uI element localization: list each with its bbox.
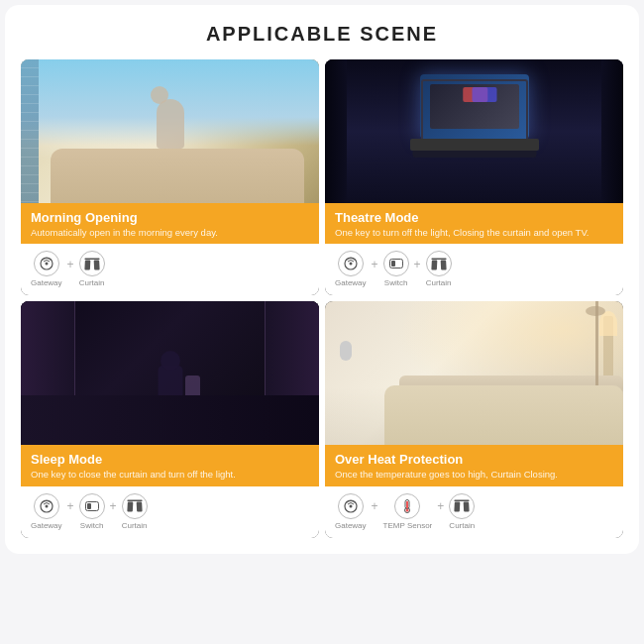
scene-card-theatre: Theatre Mode One key to turn off the lig… xyxy=(325,59,623,295)
scene-card-heat: Over Heat Protection Once the temperatur… xyxy=(325,301,623,537)
icon-gateway-sleep: Gateway xyxy=(31,493,62,530)
scene-info-heat: Over Heat Protection Once the temperatur… xyxy=(325,445,623,485)
svg-point-20 xyxy=(349,504,352,507)
plus-sep-h1: + xyxy=(372,499,378,523)
scene-image-sleep xyxy=(21,301,319,445)
svg-rect-18 xyxy=(136,502,142,512)
scene-info-sleep: Sleep Mode One key to close the curtain … xyxy=(21,445,319,485)
icon-curtain-heat: Curtain xyxy=(449,493,475,530)
svg-rect-25 xyxy=(455,500,470,502)
plus-sep-t2: + xyxy=(414,258,421,281)
scene-title-heat: Over Heat Protection xyxy=(335,452,613,467)
svg-rect-3 xyxy=(84,260,90,269)
switch-label-sleep: Switch xyxy=(80,521,104,530)
switch-icon-shape-sleep xyxy=(79,493,105,519)
temp-label-heat: TEMP Sensor xyxy=(383,521,433,530)
curtain-label-sleep: Curtain xyxy=(122,521,148,530)
scene-icons-morning: Gateway + Curtain xyxy=(21,244,319,295)
scene-desc-heat: Once the temperature goes too high, Curt… xyxy=(335,469,613,481)
page-container: APPLICABLE SCENE Morning Opening Automat… xyxy=(5,5,639,554)
svg-rect-11 xyxy=(440,260,446,269)
svg-rect-4 xyxy=(93,260,99,269)
scene-image-morning xyxy=(21,59,319,203)
gateway-icon-shape-heat xyxy=(338,493,364,519)
gateway-icon-shape xyxy=(34,251,59,276)
svg-point-6 xyxy=(349,263,352,266)
scene-icons-heat: Gateway + TEMP Sensor + xyxy=(325,486,623,538)
scene-desc-sleep: One key to close the curtain and turn of… xyxy=(31,469,309,481)
svg-point-24 xyxy=(406,508,409,511)
svg-point-1 xyxy=(45,263,48,266)
curtain-icon-shape-theatre xyxy=(426,251,452,276)
icon-curtain-1: Curtain xyxy=(79,251,105,287)
plus-sep-t1: + xyxy=(372,258,378,281)
scene-info-morning: Morning Opening Automatically open in th… xyxy=(21,203,319,244)
scene-info-theatre: Theatre Mode One key to turn off the lig… xyxy=(325,203,623,244)
svg-rect-23 xyxy=(406,501,408,508)
curtain-label-1: Curtain xyxy=(79,278,105,287)
icon-curtain-sleep: Curtain xyxy=(122,493,148,530)
plus-separator-1: + xyxy=(67,258,74,281)
curtain-label-heat: Curtain xyxy=(449,521,475,530)
plus-sep-s1: + xyxy=(67,499,74,523)
curtain-icon-shape-sleep xyxy=(122,493,148,519)
icon-switch-theatre: Switch xyxy=(383,251,409,287)
scene-image-theatre xyxy=(325,59,623,203)
page-title: APPLICABLE SCENE xyxy=(21,23,623,46)
svg-point-13 xyxy=(45,504,48,507)
gateway-label-heat: Gateway xyxy=(335,521,367,530)
curtain-icon-shape-heat xyxy=(449,493,475,519)
scene-title-sleep: Sleep Mode xyxy=(31,452,309,467)
switch-label-theatre: Switch xyxy=(384,278,408,287)
gateway-label: Gateway xyxy=(31,278,62,287)
svg-rect-10 xyxy=(431,260,437,269)
gateway-label-theatre: Gateway xyxy=(335,278,367,287)
gateway-icon-shape-sleep xyxy=(34,493,59,519)
scene-image-heat xyxy=(325,301,623,445)
scene-desc-theatre: One key to turn off the light, Closing t… xyxy=(335,227,613,239)
scene-icons-theatre: Gateway + Switch + xyxy=(325,244,623,295)
scene-card-morning: Morning Opening Automatically open in th… xyxy=(21,59,319,295)
plus-sep-h2: + xyxy=(437,499,444,523)
switch-icon-shape-theatre xyxy=(383,251,409,276)
svg-rect-27 xyxy=(464,502,470,512)
svg-rect-16 xyxy=(127,500,142,502)
svg-rect-8 xyxy=(391,261,395,267)
icon-gateway-theatre: Gateway xyxy=(335,251,367,287)
icon-switch-sleep: Switch xyxy=(79,493,105,530)
scene-desc-morning: Automatically open in the morning every … xyxy=(31,227,309,239)
plus-sep-s2: + xyxy=(110,499,117,523)
gateway-label-sleep: Gateway xyxy=(31,521,62,530)
curtain-icon-shape-1 xyxy=(79,251,105,276)
icon-gateway: Gateway xyxy=(31,251,62,287)
svg-rect-2 xyxy=(84,258,99,260)
scenes-grid: Morning Opening Automatically open in th… xyxy=(21,59,623,538)
gateway-icon-shape-theatre xyxy=(338,251,364,276)
icon-curtain-theatre: Curtain xyxy=(426,251,452,287)
scene-title-morning: Morning Opening xyxy=(31,210,309,225)
svg-rect-17 xyxy=(127,502,133,512)
scene-card-sleep: Sleep Mode One key to close the curtain … xyxy=(21,301,319,537)
icon-temp-heat: TEMP Sensor xyxy=(383,493,433,530)
svg-rect-9 xyxy=(431,258,446,260)
scene-title-theatre: Theatre Mode xyxy=(335,210,613,225)
icon-gateway-heat: Gateway xyxy=(335,493,367,530)
scene-icons-sleep: Gateway + Switch + xyxy=(21,486,319,538)
svg-rect-26 xyxy=(455,502,461,512)
svg-rect-15 xyxy=(87,503,91,509)
temp-icon-shape-heat xyxy=(394,493,420,519)
curtain-label-theatre: Curtain xyxy=(426,278,452,287)
